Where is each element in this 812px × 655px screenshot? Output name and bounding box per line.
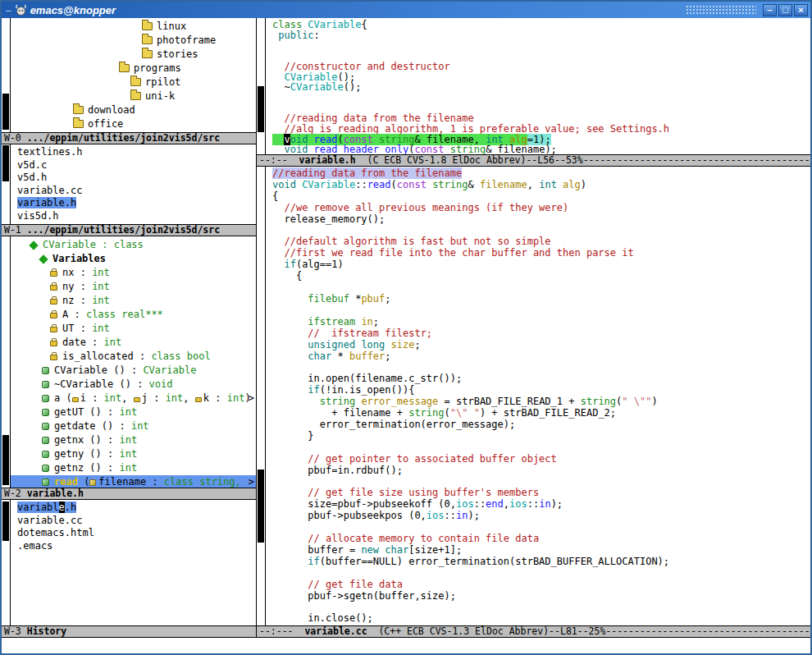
code-line: + filename + string("\" ") + strBAD_FILE… <box>272 408 810 419</box>
source-file-item[interactable]: v5d.h <box>11 172 256 185</box>
history-item[interactable]: dotemacs.html <box>11 527 256 540</box>
class-icon <box>39 254 48 263</box>
folder-icon <box>73 106 84 114</box>
maximize-button[interactable]: □ <box>778 4 792 16</box>
scrollbar-thumb[interactable] <box>2 502 9 542</box>
scrollbar-thumb[interactable] <box>258 469 264 543</box>
method-item[interactable]: getUT () : int <box>11 405 256 419</box>
code-line: { <box>272 271 810 282</box>
source-file-item[interactable]: textlines.h <box>11 146 256 159</box>
method-item[interactable]: is_allocated : class bool <box>11 350 256 364</box>
method-icon <box>42 395 49 402</box>
methods-pane[interactable]: CVariable : classVariablesnx : intny : i… <box>2 236 256 488</box>
method-item[interactable]: Variables <box>11 252 256 266</box>
modeline-variable-h[interactable]: --:-- variable.h (C ECB CVS-1.8 ElDoc Ab… <box>257 154 810 167</box>
modeline-history[interactable]: W-3 History <box>2 625 256 638</box>
method-item[interactable]: A : class real*** <box>11 308 256 322</box>
scrollbar-thumb[interactable] <box>2 145 9 181</box>
modeline-variable-cc[interactable]: --:--- variable.cc (C++ ECB CVS-1.3 ElDo… <box>257 625 810 638</box>
modeline-sources[interactable]: W-1 .../eppim/utilities/join2vis5d/src <box>2 224 256 236</box>
code-line: ifstream in; <box>272 317 810 328</box>
scrollbar-thumb[interactable] <box>2 435 9 485</box>
method-item[interactable]: read (filename : class string,> <box>11 475 256 488</box>
scrollbar[interactable] <box>2 144 11 224</box>
scrollbar-thumb[interactable] <box>258 86 264 132</box>
lock-icon <box>134 397 140 402</box>
scrollbar-thumb[interactable] <box>2 94 9 130</box>
method-item[interactable]: getdate () : int <box>11 419 256 433</box>
code-line: pbuf->pubseekpos (0,ios::in); <box>272 511 810 522</box>
tree-item[interactable]: photoframe <box>11 34 256 48</box>
method-item[interactable]: UT : int <box>11 322 256 336</box>
lock-icon <box>195 397 202 402</box>
method-item[interactable]: getnx () : int <box>11 433 256 447</box>
code-line: if(buffer==NULL) error_termination(strBA… <box>272 557 810 568</box>
sources-pane[interactable]: textlines.hv5d.cv5d.hvariable.ccvariable… <box>2 144 256 224</box>
lock-icon <box>50 327 57 332</box>
history-item[interactable]: .emacs <box>11 540 256 553</box>
method-icon <box>42 465 49 472</box>
ecb-column: linuxphotoframestoriesprogramsrpilotuni-… <box>2 18 257 638</box>
folder-icon <box>130 78 141 86</box>
code-line: filebuf *pbuf; <box>272 294 810 305</box>
method-item[interactable]: nz : int <box>11 294 256 308</box>
code-line: //we remove all previous meanings (if th… <box>272 203 810 214</box>
method-item[interactable]: getnz () : int <box>11 461 256 475</box>
scrollbar[interactable] <box>2 18 11 132</box>
method-item[interactable]: ~CVariable () : void <box>11 378 256 392</box>
code-line: // get file size using buffer's members <box>272 488 810 499</box>
tree-item[interactable]: linux <box>11 20 256 34</box>
tree-item[interactable]: uni-k <box>11 89 256 103</box>
scrollbar[interactable] <box>2 236 11 488</box>
scrollbar[interactable] <box>257 167 266 625</box>
method-item[interactable]: getny () : int <box>11 447 256 461</box>
history-item[interactable]: variable.cc <box>11 515 256 528</box>
code-line: } <box>272 431 810 442</box>
code-line: public: <box>272 30 810 41</box>
editor-variable-h[interactable]: class CVariable{ public: //constructor a… <box>257 18 810 154</box>
directory-tree-pane[interactable]: linuxphotoframestoriesprogramsrpilotuni-… <box>2 18 256 132</box>
history-item[interactable]: variable.h <box>11 502 256 515</box>
code-line <box>272 305 810 317</box>
tree-item[interactable]: download <box>11 103 256 117</box>
lock-icon <box>50 299 57 305</box>
modeline-methods[interactable]: W-2 variable.h <box>2 488 256 500</box>
code-line: pbuf=in.rdbuf(); <box>272 465 810 477</box>
scrollbar[interactable] <box>257 18 266 154</box>
editor-variable-cc[interactable]: //reading data from the filenamevoid CVa… <box>257 167 810 625</box>
source-file-item[interactable]: variable.cc <box>11 185 256 198</box>
source-file-item[interactable]: v5d.c <box>11 159 256 172</box>
scrollbar[interactable] <box>2 500 11 625</box>
modeline-directories[interactable]: W-0 .../eppim/utilities/join2vis5d/src <box>2 132 256 144</box>
method-icon <box>42 479 49 486</box>
minimize-button[interactable]: – <box>763 4 777 16</box>
tree-item[interactable]: office <box>11 117 256 131</box>
tree-item[interactable]: programs <box>11 62 256 76</box>
history-pane[interactable]: variable.hvariable.ccdotemacs.html.emacs <box>2 500 256 625</box>
method-item[interactable]: nx : int <box>11 266 256 280</box>
method-icon <box>42 367 49 374</box>
method-item[interactable]: CVariable : class <box>11 238 256 252</box>
method-item[interactable]: CVariable () : CVariable <box>11 364 256 378</box>
folder-icon <box>130 92 141 100</box>
code-line: ~CVariable(); <box>272 82 810 93</box>
code-line <box>272 93 810 103</box>
method-item[interactable]: date : int <box>11 336 256 350</box>
method-item[interactable]: ny : int <box>11 280 256 294</box>
minibuffer[interactable] <box>2 638 810 653</box>
buffer-name: variable.cc <box>304 625 367 637</box>
source-file-item[interactable]: variable.h <box>11 197 256 210</box>
truncation-indicator: > <box>249 475 254 488</box>
method-item[interactable]: a (i : int, j : int, k : int)> <box>11 392 256 405</box>
emacs-window: – emacs@knopper – □ × linuxphotoframesto… <box>0 0 812 655</box>
source-file-item[interactable]: vis5d.h <box>11 210 256 223</box>
tree-item[interactable]: stories <box>11 48 256 62</box>
close-button[interactable]: × <box>794 4 808 16</box>
methods-buffer-name: variable.h <box>27 488 84 499</box>
code-line: in.close(); <box>272 613 810 625</box>
window-menu-icon[interactable]: – <box>6 5 11 16</box>
titlebar[interactable]: – emacs@knopper – □ × <box>2 2 810 18</box>
tree-item[interactable]: rpilot <box>11 76 256 89</box>
code-line: //alg is reading algorithm, 1 is prefera… <box>272 124 810 135</box>
code-line: { <box>272 191 810 203</box>
